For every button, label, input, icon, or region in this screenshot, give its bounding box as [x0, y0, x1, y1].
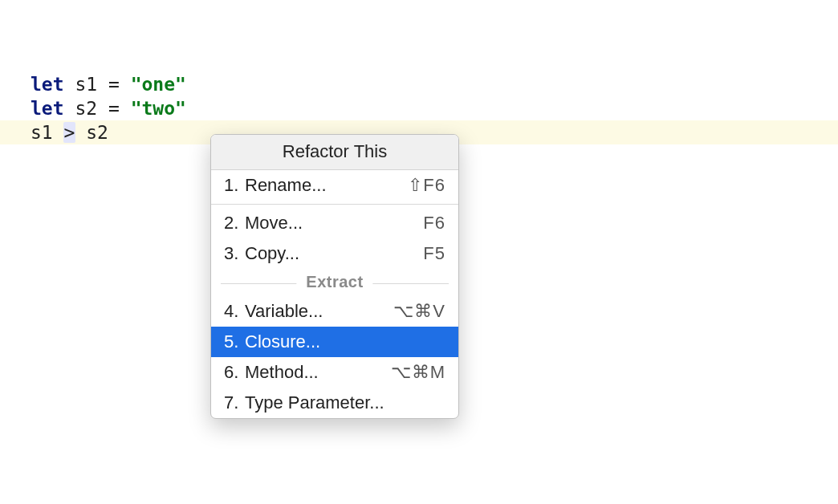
popup-separator [211, 204, 458, 205]
popup-group-label: Extract [296, 273, 372, 291]
code-token: "one" [131, 74, 186, 95]
code-token: "two" [131, 98, 186, 119]
code-line[interactable]: let s2 = "two" [0, 96, 838, 120]
refactor-item-shortcut: ⌥⌘M [391, 362, 445, 383]
refactor-item-shortcut: F5 [423, 243, 445, 264]
refactor-popup: Refactor This 1.Rename...⇧F62.Move...F63… [210, 134, 459, 419]
refactor-item-number: 3. [224, 243, 245, 264]
refactor-item-shortcut: ⇧F6 [408, 175, 445, 196]
code-token: s2 [75, 122, 108, 143]
refactor-item[interactable]: 3.Copy...F5 [211, 238, 458, 269]
refactor-item-label: Method... [245, 362, 391, 383]
refactor-item[interactable]: 4.Variable...⌥⌘V [211, 296, 458, 327]
refactor-item-shortcut: ⌥⌘V [393, 301, 445, 322]
refactor-item-label: Variable... [245, 301, 393, 322]
code-line[interactable]: let s1 = "one" [0, 72, 838, 96]
refactor-item-label: Type Parameter... [245, 392, 445, 413]
refactor-item-number: 5. [224, 331, 245, 352]
refactor-item-number: 4. [224, 301, 245, 322]
refactor-item-shortcut: F6 [423, 213, 445, 234]
code-token: s1 [64, 74, 108, 95]
refactor-item[interactable]: 2.Move...F6 [211, 208, 458, 238]
refactor-item-label: Closure... [245, 331, 445, 352]
refactor-item-label: Rename... [245, 175, 408, 196]
code-token: s2 [64, 98, 108, 119]
refactor-item-number: 2. [224, 213, 245, 234]
refactor-item-label: Move... [245, 213, 423, 234]
refactor-item[interactable]: 6.Method...⌥⌘M [211, 357, 458, 388]
popup-title: Refactor This [211, 135, 458, 170]
code-token [120, 74, 131, 95]
refactor-item[interactable]: 7.Type Parameter... [211, 388, 458, 418]
refactor-item[interactable]: 1.Rename...⇧F6 [211, 170, 458, 201]
code-token: s1 [31, 122, 64, 143]
refactor-item-label: Copy... [245, 243, 423, 264]
code-token: let [31, 98, 64, 119]
code-token [120, 98, 131, 119]
refactor-item-number: 7. [224, 392, 245, 413]
code-token: = [108, 98, 120, 119]
refactor-item[interactable]: 5.Closure... [211, 327, 458, 357]
code-token: let [31, 74, 64, 95]
code-token: = [108, 74, 120, 95]
refactor-item-number: 6. [224, 362, 245, 383]
refactor-item-number: 1. [224, 175, 245, 196]
popup-group-separator: Extract [211, 272, 458, 295]
